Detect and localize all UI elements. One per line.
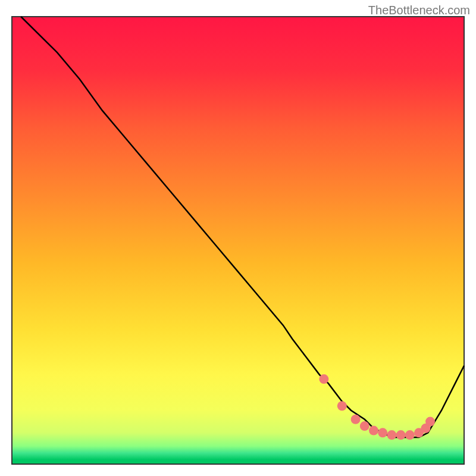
- data-dot: [351, 415, 361, 424]
- data-dot: [425, 417, 435, 427]
- data-dot: [405, 430, 415, 440]
- data-dot: [378, 428, 387, 437]
- chart-container: TheBottleneck.com: [0, 0, 476, 476]
- chart-svg: [0, 0, 476, 476]
- data-dot: [337, 401, 347, 411]
- data-dot: [369, 426, 378, 436]
- data-dot: [396, 430, 406, 440]
- data-dot: [319, 374, 328, 384]
- data-dot: [360, 421, 369, 431]
- watermark-text: TheBottleneck.com: [368, 4, 470, 17]
- data-dot: [387, 430, 396, 440]
- svg-rect-1: [12, 17, 464, 464]
